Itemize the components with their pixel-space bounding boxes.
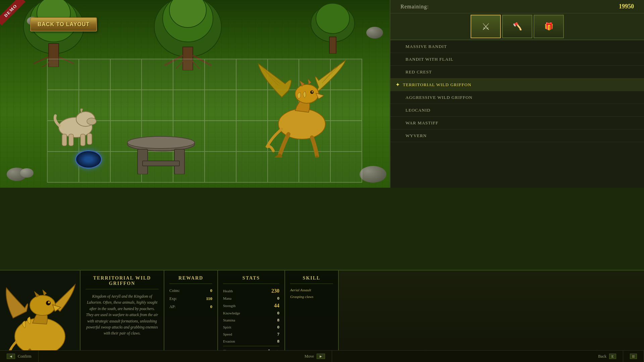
move-key: ► [317,354,325,359]
unit-label: AGGRESSIVE WILD GRIFFON [406,95,473,100]
pause-key: II [630,354,637,359]
toolbar-btn-items[interactable]: 🎁 [534,15,564,38]
knowledge-label: Knowledge [223,311,240,315]
unit-item-aggressive-griffon[interactable]: AGGRESSIVE WILD GRIFFON [390,91,644,104]
speed-value: 7 [277,331,280,337]
stamina-value: 8 [277,317,280,323]
unit-icon [395,43,402,50]
creature-griffon-battle [255,57,349,158]
unit-icon [395,94,402,101]
svg-rect-20 [69,134,73,146]
strength-label: Strength [223,304,235,308]
evasion-label: Evasion [223,339,235,343]
unit-item-leocanid[interactable]: LEOCANID [390,104,644,117]
stat-strength: Strength 44 [223,303,279,309]
stamina-label: Stamina [223,318,235,322]
unit-label: BANDIT WITH FLAIL [406,57,453,62]
tree-right [309,0,356,54]
unit-label: WYVERN [406,133,427,138]
reward-coins-row: Coins: 0 [169,288,212,293]
svg-rect-15 [143,161,179,166]
remaining-label: Remaining: [400,4,429,10]
unit-icon [395,107,402,114]
action-bar: ◄ Confirm Move ► Back E II [0,350,644,362]
svg-rect-19 [62,134,67,146]
move-btn[interactable]: Move ► [298,351,332,362]
confirm-key: ◄ [7,354,15,359]
game-area: // Generate grid cells inline [0,0,390,188]
skill-1: Aerial Assault [290,288,333,292]
svg-point-9 [316,3,350,34]
toolbar-btn-weapon[interactable]: 🪓 [502,15,532,38]
move-label: Move [305,354,314,359]
unit-item-wyvern[interactable]: WYVERN [390,129,644,142]
confirm-btn[interactable]: ◄ Confirm [0,351,39,362]
svg-point-23 [278,109,325,139]
creature-portrait [0,270,80,362]
grid-cell[interactable] [205,59,236,90]
right-panel: Remaining: 19950 ⚔ 🪓 🎁 MASSIVE BANDITBAN… [390,0,644,188]
grid-cell[interactable] [205,90,236,121]
demo-ribbon: DEMO [0,0,30,30]
spirit-value: 0 [277,324,280,330]
svg-rect-22 [87,133,92,144]
reward-exp-row: Exp: 110 [169,296,212,301]
back-btn-action[interactable]: Back E [591,351,623,362]
coins-value: 0 [210,288,213,293]
exp-value: 110 [206,296,212,301]
back-to-layout-button[interactable]: BACK TO LAYOUT [30,17,97,32]
spirit-label: Spirit [223,325,231,329]
remaining-bar: Remaining: 19950 [390,0,644,13]
grid-cell[interactable] [79,59,110,90]
creature-title: TERRITORIAL WILD GRIFFON [86,276,159,289]
grid-cell[interactable] [173,90,205,121]
unit-icon [395,120,402,126]
unit-item-massive-bandit[interactable]: MASSIVE BANDIT [390,40,644,53]
back-label: Back [598,354,606,359]
coins-label: Coins: [169,288,180,293]
grid-cell[interactable] [205,152,236,182]
demo-label: DEMO [0,0,25,25]
grid-cell[interactable] [205,121,236,152]
ap-value: 0 [210,304,213,309]
unit-item-red-crest[interactable]: RED CREST [390,66,644,78]
unit-item-bandit-flail[interactable]: BANDIT WITH FLAIL [390,53,644,66]
grid-cell[interactable] [142,90,173,121]
svg-rect-21 [80,134,85,146]
creature-leocanid [52,97,99,147]
skill-title: SKILL [290,276,333,284]
unit-label: LEOCANID [406,108,430,113]
reward-title: REWARD [169,276,212,284]
unit-list: MASSIVE BANDITBANDIT WITH FLAILRED CREST… [390,40,644,188]
stat-health: Health 230 [223,288,279,294]
grid-cell[interactable] [110,90,142,121]
grid-cell[interactable] [110,59,142,90]
speed-label: Speed [223,332,232,336]
stat-speed: Speed 7 [223,331,279,337]
svg-point-28 [30,295,55,315]
reward-panel: REWARD Coins: 0 Exp: 110 AP: 0 [164,270,218,362]
toolbar-btn-combat[interactable]: ⚔ [471,15,501,38]
skill-2: Grasping claws [290,295,333,299]
remaining-value: 19950 [619,3,634,10]
skill-panel: SKILL Aerial Assault Grasping claws [285,270,339,362]
rock-right2 [366,27,383,39]
svg-point-18 [87,118,96,125]
grid-cell[interactable] [47,59,79,90]
unit-item-territorial-griffon[interactable]: ✦TERRITORIAL WILD GRIFFON [390,78,644,91]
mana-value: 0 [277,296,280,301]
confirm-label: Confirm [18,354,32,359]
creature-description: Kingdom of Aeryll and the Kingdom of Lah… [86,293,159,337]
unit-label: RED CREST [406,69,432,75]
health-value: 230 [271,288,279,294]
pause-btn[interactable]: II [623,351,644,362]
health-label: Health [223,289,233,293]
grid-cell[interactable] [142,59,173,90]
unit-toolbar: ⚔ 🪓 🎁 [390,13,644,40]
grid-cell[interactable] [47,152,79,182]
grid-cell[interactable] [173,59,205,90]
unit-item-war-mastiff[interactable]: WAR MASTIFF [390,117,644,129]
mana-label: Mana [223,296,231,300]
griffon-portrait-svg [3,275,77,358]
strength-value: 44 [274,303,279,309]
